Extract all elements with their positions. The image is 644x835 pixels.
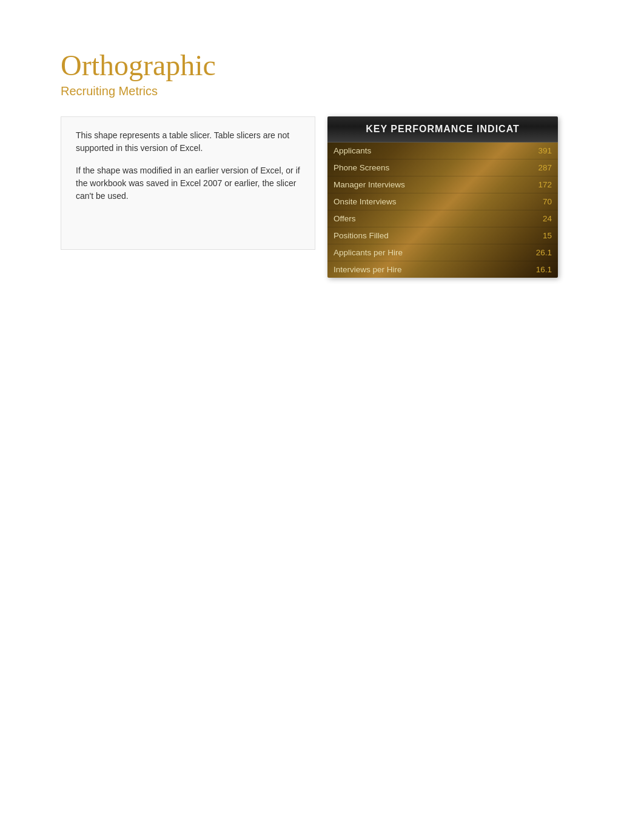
kpi-label-7: Interviews per Hire xyxy=(327,261,489,278)
app-subtitle: Recruiting Metrics xyxy=(61,84,583,98)
kpi-panel: KEY PERFORMANCE INDICAT Applicants391Pho… xyxy=(327,116,558,278)
kpi-value-4: 24 xyxy=(489,210,558,227)
kpi-table: Applicants391Phone Screens287Manager Int… xyxy=(327,143,558,278)
app-title: Orthographic xyxy=(61,49,583,82)
kpi-value-2: 172 xyxy=(489,176,558,193)
kpi-row: Interviews per Hire16.1 xyxy=(327,261,558,278)
kpi-row: Onsite Interviews70 xyxy=(327,193,558,210)
content-area: This shape represents a table slicer. Ta… xyxy=(61,116,583,278)
kpi-row: Manager Interviews172 xyxy=(327,176,558,193)
kpi-value-0: 391 xyxy=(489,143,558,159)
kpi-label-1: Phone Screens xyxy=(327,159,489,176)
page-container: Orthographic Recruiting Metrics This sha… xyxy=(0,0,644,326)
kpi-value-3: 70 xyxy=(489,193,558,210)
kpi-row: Positions Filled15 xyxy=(327,227,558,244)
kpi-label-2: Manager Interviews xyxy=(327,176,489,193)
kpi-row: Applicants391 xyxy=(327,143,558,159)
kpi-value-1: 287 xyxy=(489,159,558,176)
kpi-value-6: 26.1 xyxy=(489,244,558,261)
kpi-row: Applicants per Hire26.1 xyxy=(327,244,558,261)
kpi-label-6: Applicants per Hire xyxy=(327,244,489,261)
info-paragraph-1: This shape represents a table slicer. Ta… xyxy=(76,129,300,155)
kpi-label-0: Applicants xyxy=(327,143,489,159)
kpi-value-5: 15 xyxy=(489,227,558,244)
kpi-label-4: Offers xyxy=(327,210,489,227)
kpi-value-7: 16.1 xyxy=(489,261,558,278)
info-box: This shape represents a table slicer. Ta… xyxy=(61,116,315,250)
kpi-label-5: Positions Filled xyxy=(327,227,489,244)
kpi-row: Phone Screens287 xyxy=(327,159,558,176)
kpi-header: KEY PERFORMANCE INDICAT xyxy=(327,116,558,143)
info-paragraph-2: If the shape was modified in an earlier … xyxy=(76,164,300,203)
kpi-row: Offers24 xyxy=(327,210,558,227)
kpi-label-3: Onsite Interviews xyxy=(327,193,489,210)
